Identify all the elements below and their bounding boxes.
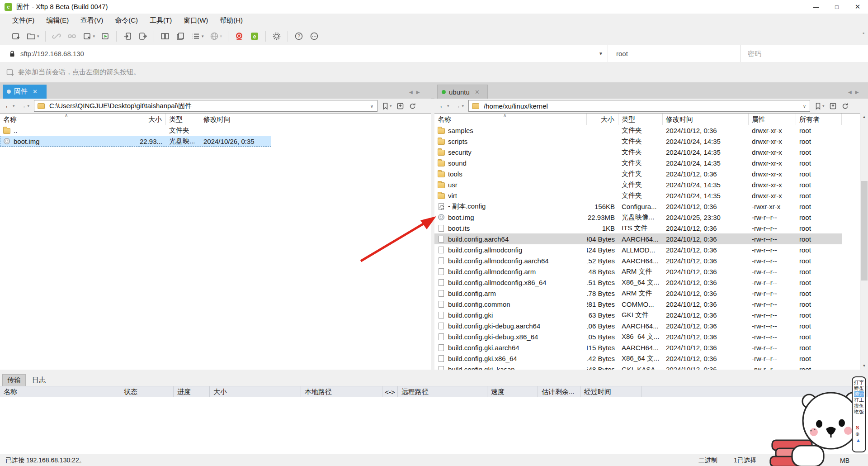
username-input[interactable] <box>615 49 740 58</box>
file-row[interactable]: build.config.arm 178 Bytes ARM 文件 2024/1… <box>434 288 842 299</box>
settings-gear-icon[interactable] <box>269 30 284 43</box>
list-view-icon[interactable]: ▾ <box>188 30 207 43</box>
file-row[interactable]: build.config.allmodconfig 424 Bytes ALLM… <box>434 244 842 255</box>
scrollbar-thumb[interactable] <box>861 181 868 281</box>
pet-snake-icon[interactable]: S <box>856 424 859 431</box>
tab-remote-ubuntu[interactable]: ubuntu ✕ <box>437 85 488 99</box>
file-row[interactable]: - 副本.config 156KB Configura... 2024/10/1… <box>434 201 842 212</box>
transfer-col-remotepath[interactable]: 远程路径 <box>398 386 487 398</box>
local-path-field[interactable]: ∨ <box>34 100 377 112</box>
file-row[interactable]: build.config.allmodconfig.arm 148 Bytes … <box>434 266 842 277</box>
pet-menu-item[interactable]: 打工 <box>854 397 864 403</box>
file-row[interactable]: build.config.gki.aarch64 415 Bytes AARCH… <box>434 342 842 353</box>
transfer-mode-text[interactable]: 二进制 <box>698 454 717 466</box>
back-history-icon[interactable]: ▾ <box>447 104 449 108</box>
column-header-type[interactable]: 类型 <box>618 114 663 125</box>
scroll-up-icon[interactable]: ▲ <box>860 113 868 121</box>
forward-icon[interactable]: → <box>454 102 461 110</box>
pet-menu-item[interactable]: 孵蛋 <box>854 385 864 391</box>
bottom-tab[interactable]: 日志 <box>28 375 50 386</box>
transfer-in-icon[interactable] <box>120 30 135 43</box>
file-row[interactable]: build.config.gki-debug.aarch64 106 Bytes… <box>434 320 842 331</box>
reconnect-icon[interactable] <box>64 30 80 43</box>
refresh-icon[interactable] <box>409 102 416 110</box>
file-row[interactable]: build.config.aarch64 304 Bytes AARCH64..… <box>434 233 842 244</box>
run-transfer-icon[interactable] <box>98 30 113 43</box>
file-row[interactable]: usr 文件夹 2024/10/24, 14:35 drwxr-xr-x roo… <box>434 179 842 190</box>
column-header-attr[interactable]: 属性 <box>749 114 796 125</box>
xftp-icon[interactable]: e <box>247 30 262 43</box>
menu-item[interactable]: 查看(V) <box>75 14 109 27</box>
file-row[interactable]: .. 文件夹 <box>0 125 271 136</box>
open-folder-icon[interactable]: ▾ <box>24 30 42 43</box>
back-icon[interactable]: ← <box>439 102 446 110</box>
encoding-globe-icon[interactable]: ▾ <box>207 30 225 43</box>
column-header-name[interactable]: 名称 <box>434 114 587 125</box>
pet-menu-item[interactable]: 蹦迪 <box>854 391 864 397</box>
toolbar-overflow-icon[interactable]: ▪ <box>863 30 864 36</box>
transfer-col-status[interactable]: 状态 <box>120 386 174 398</box>
address-dropdown-icon[interactable]: ▼ <box>599 51 603 56</box>
column-header-mtime[interactable]: 修改时间 <box>663 114 749 125</box>
menu-item[interactable]: 编辑(E) <box>40 14 75 27</box>
menu-item[interactable]: 窗口(W) <box>178 14 214 27</box>
bottom-tab[interactable]: 传输 <box>2 374 26 386</box>
menu-item[interactable]: 工具(T) <box>144 14 178 27</box>
file-row[interactable]: boot.img 22.93MB 光盘映像... 2024/10/25, 23:… <box>434 212 842 223</box>
file-row[interactable]: build.config.gki 63 Bytes GKI 文件 2024/10… <box>434 309 842 320</box>
transfer-col-remaining[interactable]: 估计剩余... <box>538 386 580 398</box>
path-dropdown-icon[interactable]: ∨ <box>803 104 806 109</box>
address-url-field[interactable]: ▼ <box>0 45 608 62</box>
tab-close-icon[interactable]: ✕ <box>475 89 480 95</box>
file-row[interactable]: build.config.allmodconfig.aarch64 152 By… <box>434 255 842 266</box>
left-tab-scroll-arrows[interactable]: ◀▶ <box>409 90 423 95</box>
password-field[interactable] <box>741 45 868 62</box>
address-url-input[interactable] <box>19 49 599 58</box>
column-header-size[interactable]: 大小 <box>587 114 618 125</box>
tab-close-icon[interactable]: ✕ <box>33 88 38 95</box>
pet-menu-item[interactable]: 摸鱼 <box>854 403 864 409</box>
menu-item[interactable]: 帮助(H) <box>214 14 249 27</box>
xshell-icon[interactable] <box>231 30 247 43</box>
column-header-mtime[interactable]: 修改时间 <box>200 114 271 125</box>
help-icon[interactable]: ? <box>291 30 307 43</box>
file-row[interactable]: virt 文件夹 2024/10/24, 14:35 drwxr-xr-x ro… <box>434 190 842 201</box>
file-row[interactable]: tools 文件夹 2024/10/12, 0:36 drwxr-xr-x ro… <box>434 168 842 179</box>
transfer-col-elapsed[interactable]: 经过时间 <box>580 386 642 398</box>
file-row[interactable]: sound 文件夹 2024/10/24, 14:35 drwxr-xr-x r… <box>434 157 842 168</box>
tab-local-guijian[interactable]: 固件 ✕ <box>3 85 47 99</box>
open-containing-folder-icon[interactable] <box>829 102 837 110</box>
column-header-type[interactable]: 类型 <box>166 114 200 125</box>
file-row[interactable]: build.config.common 281 Bytes COMMO... 2… <box>434 299 842 309</box>
file-row[interactable]: security 文件夹 2024/10/24, 14:35 drwxr-xr-… <box>434 147 842 157</box>
file-row[interactable]: build.config.allmodconfig.x86_64 151 Byt… <box>434 277 842 288</box>
remote-path-input[interactable] <box>483 102 799 110</box>
bookmark-icon[interactable]: ▾ <box>815 102 825 110</box>
pet-shield-icon[interactable]: ▲ <box>856 437 861 443</box>
password-input[interactable] <box>747 49 868 58</box>
transfer-col-size[interactable]: 大小 <box>210 386 301 398</box>
file-row[interactable]: scripts 文件夹 2024/10/24, 14:35 drwxr-xr-x… <box>434 136 842 147</box>
path-dropdown-icon[interactable]: ∨ <box>370 104 373 109</box>
transfer-out-icon[interactable] <box>135 30 151 43</box>
refresh-icon[interactable] <box>841 102 849 110</box>
file-row[interactable]: build.config.gki.x86_64 142 Bytes X86_64… <box>434 353 842 364</box>
back-history-icon[interactable]: ▾ <box>13 104 15 108</box>
remote-path-field[interactable]: ∨ <box>468 100 810 112</box>
bookmark-icon[interactable]: ▾ <box>382 102 392 110</box>
file-row[interactable]: boot.its 1KB ITS 文件 2024/10/12, 0:36 -rw… <box>434 223 842 233</box>
scroll-down-icon[interactable]: ▼ <box>860 362 868 370</box>
transfer-col-name[interactable]: 名称 <box>0 386 120 398</box>
disconnect-icon[interactable] <box>49 30 64 43</box>
file-row[interactable]: samples 文件夹 2024/10/12, 0:36 drwxr-xr-x … <box>434 125 842 136</box>
right-tab-scroll-arrows[interactable]: ◀▶ <box>848 90 862 95</box>
new-session-icon[interactable] <box>8 30 24 43</box>
file-row[interactable]: boot.img 22.93... 光盘映... 2024/10/26, 0:3… <box>0 136 271 147</box>
transfer-col-speed[interactable]: 速度 <box>487 386 538 398</box>
transfer-col-direction[interactable]: <-> <box>382 386 398 398</box>
transfer-col-localpath[interactable]: 本地路径 <box>301 386 382 398</box>
about-icon[interactable] <box>307 30 322 43</box>
pet-menu-item[interactable]: 打字 <box>854 380 864 385</box>
forward-history-icon[interactable]: ▾ <box>462 104 464 108</box>
forward-icon[interactable]: → <box>19 102 27 110</box>
